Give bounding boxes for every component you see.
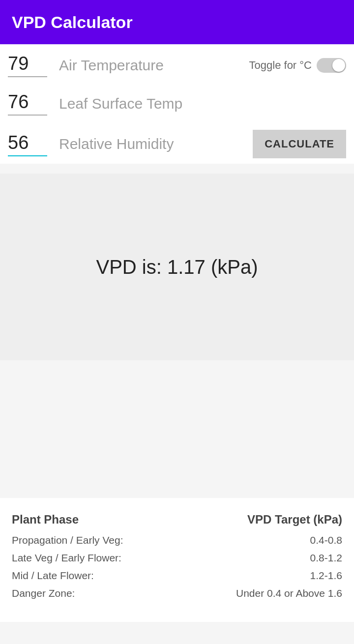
input-section: Air Temperature Toggle for °C Leaf Surfa…	[0, 44, 354, 164]
vpd-result: VPD is: 1.17 (kPa)	[96, 256, 258, 278]
celsius-toggle[interactable]	[317, 58, 346, 73]
leaf-temp-input[interactable]	[8, 91, 47, 116]
reference-table: Plant Phase VPD Target (kPa) Propagation…	[0, 498, 354, 622]
table-row: Propagation / Early Veg: 0.4-0.8	[12, 531, 342, 549]
calculate-button[interactable]: CALCULATE	[253, 130, 346, 158]
target-3: 1.2-1.6	[310, 570, 342, 582]
leaf-temp-label: Leaf Surface Temp	[59, 95, 346, 112]
table-row: Late Veg / Early Flower: 0.8-1.2	[12, 549, 342, 567]
col2-header: VPD Target (kPa)	[247, 513, 342, 527]
toggle-knob	[332, 59, 345, 72]
phase-3: Mid / Late Flower:	[12, 570, 94, 582]
air-temp-label: Air Temperature	[59, 57, 249, 74]
humidity-label: Relative Humidity	[59, 136, 253, 152]
table-row: Danger Zone: Under 0.4 or Above 1.6	[12, 585, 342, 602]
phase-2: Late Veg / Early Flower:	[12, 552, 121, 564]
spacer	[0, 360, 354, 498]
humidity-input[interactable]	[8, 132, 47, 156]
target-4: Under 0.4 or Above 1.6	[236, 587, 342, 599]
celsius-toggle-container: Toggle for °C	[249, 58, 346, 73]
humidity-row: Relative Humidity CALCULATE	[8, 121, 346, 164]
col1-header: Plant Phase	[12, 513, 79, 527]
target-1: 0.4-0.8	[310, 534, 342, 546]
table-header: Plant Phase VPD Target (kPa)	[12, 513, 342, 527]
result-section: VPD is: 1.17 (kPa)	[0, 174, 354, 360]
app-title: VPD Calculator	[12, 13, 133, 32]
air-temp-row: Air Temperature Toggle for °C	[8, 44, 346, 83]
table-row: Mid / Late Flower: 1.2-1.6	[12, 567, 342, 585]
air-temp-input[interactable]	[8, 53, 47, 77]
leaf-temp-row: Leaf Surface Temp	[8, 83, 346, 121]
phase-4: Danger Zone:	[12, 587, 75, 599]
toggle-label: Toggle for °C	[249, 59, 312, 72]
target-2: 0.8-1.2	[310, 552, 342, 564]
app-header: VPD Calculator	[0, 0, 354, 44]
phase-1: Propagation / Early Veg:	[12, 534, 123, 546]
